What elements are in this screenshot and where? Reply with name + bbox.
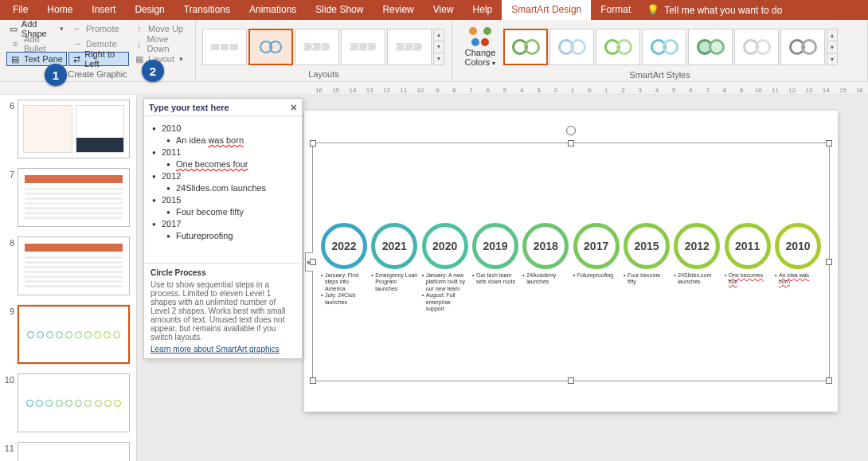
text-pane-bullet[interactable]: 2012 xyxy=(147,171,299,181)
tab-view[interactable]: View xyxy=(424,0,463,20)
timeline-circle-2015[interactable]: 2015Four become fifty xyxy=(624,223,670,312)
text-pane-bullet[interactable]: 24Slides.com launches xyxy=(147,183,299,193)
close-icon[interactable]: × xyxy=(291,101,297,114)
layout-icon: ▦ xyxy=(134,54,145,64)
text-pane-body[interactable]: 2010An idea was born2011One becomes four… xyxy=(144,116,302,264)
group-layouts: ▴▾▾ Layouts xyxy=(196,20,452,81)
promote-icon: ← xyxy=(72,24,83,33)
style-option-7[interactable] xyxy=(780,29,825,65)
text-pane-bullet[interactable]: 2011 xyxy=(147,147,299,157)
text-pane-bullet[interactable]: 2010 xyxy=(147,123,299,133)
tab-transitions[interactable]: Transitions xyxy=(174,0,240,20)
text-pane-bullet[interactable]: One becomes four xyxy=(147,159,299,169)
timeline-circle-2019[interactable]: 2019Our tech team sets down roots xyxy=(472,223,518,312)
resize-handle-bl[interactable] xyxy=(310,377,316,384)
style-option-2[interactable] xyxy=(549,29,594,65)
text-pane-bullet[interactable]: Futureproofing xyxy=(147,231,299,240)
callout-badge-1: 1 xyxy=(45,64,67,86)
styles-gallery-scroll[interactable]: ▴▾▾ xyxy=(827,29,838,65)
timeline-circle-2021[interactable]: 2021Emergency Loan Program launches xyxy=(371,223,417,312)
move-up-icon: ↑ xyxy=(134,24,145,33)
learn-more-link[interactable]: Learn more about SmartArt graphics xyxy=(151,345,280,354)
text-pane-title: Type your text here xyxy=(149,103,229,112)
move-down-button[interactable]: ↓Move Down xyxy=(131,37,191,51)
slide-thumb-6[interactable]: 6 xyxy=(0,95,136,163)
horizontal-ruler: 1615141312111098765432101234567891011121… xyxy=(0,82,868,95)
timeline-circle-2022[interactable]: 2022January: First steps into AmericaJul… xyxy=(321,223,367,312)
demote-icon: → xyxy=(72,39,83,49)
layout-option-4[interactable] xyxy=(341,29,385,65)
rtl-icon: ⇄ xyxy=(72,54,81,64)
change-colors-button[interactable]: Change Colors ▾ xyxy=(459,25,502,69)
smartart-circles: 2022January: First steps into AmericaJul… xyxy=(321,223,821,312)
smartart-text-pane: Type your text here × 2010An idea was bo… xyxy=(143,98,303,359)
tab-help[interactable]: Help xyxy=(463,0,502,20)
text-pane-icon: ▤ xyxy=(10,54,21,64)
tab-slideshow[interactable]: Slide Show xyxy=(306,0,373,20)
smartart-selection[interactable]: ▸ 2022January: First steps into AmericaJ… xyxy=(312,143,830,381)
timeline-circle-2012[interactable]: 201224Slides.com launches xyxy=(674,223,720,312)
text-pane-bullet[interactable]: Four become fifty xyxy=(147,207,299,217)
text-pane-bullet[interactable]: 2015 xyxy=(147,195,299,205)
menu-bar: File Home Insert Design Transitions Anim… xyxy=(0,0,868,20)
add-bullet-button[interactable]: ≡Add Bullet xyxy=(6,37,67,51)
tab-smartart-design[interactable]: SmartArt Design xyxy=(502,0,591,20)
callout-badge-2: 2 xyxy=(142,60,164,82)
resize-handle-tm[interactable] xyxy=(568,140,574,147)
resize-handle-tr[interactable] xyxy=(826,140,832,147)
timeline-circle-2011[interactable]: 2011One becomes four xyxy=(725,223,771,312)
style-option-6[interactable] xyxy=(734,29,779,65)
style-option-4[interactable] xyxy=(642,29,686,65)
layouts-gallery-scroll[interactable]: ▴▾▾ xyxy=(433,29,444,65)
tell-me-search[interactable]: 💡 Tell me what you want to do xyxy=(647,4,782,16)
main-area: 6 7 8 9 10 11 99 Type your text here × 2… xyxy=(0,95,868,461)
chevron-down-icon: ▾ xyxy=(492,60,495,67)
resize-handle-rm[interactable] xyxy=(826,259,832,265)
timeline-circle-2020[interactable]: 2020January: A new platform built by our… xyxy=(422,223,468,312)
move-down-icon: ↓ xyxy=(134,39,143,49)
slide-thumb-9[interactable]: 9 xyxy=(0,300,136,369)
style-option-1[interactable] xyxy=(503,29,548,65)
resize-handle-tl[interactable] xyxy=(310,140,316,147)
add-shape-icon: ▭ xyxy=(10,24,18,34)
slide-thumb-10[interactable]: 10 xyxy=(0,369,136,437)
slide-thumbnails-panel[interactable]: 6 7 8 9 10 11 xyxy=(0,95,137,461)
slide[interactable]: ▸ 2022January: First steps into AmericaJ… xyxy=(304,111,838,412)
timeline-circle-2010[interactable]: 2010An idea was born xyxy=(775,223,821,312)
slide-thumb-7[interactable]: 7 xyxy=(0,163,136,232)
group-label-layouts: Layouts xyxy=(202,68,445,81)
chevron-down-icon: ▾ xyxy=(60,25,64,33)
tell-me-label: Tell me what you want to do xyxy=(664,5,782,16)
promote-button[interactable]: ←Promote xyxy=(68,21,129,36)
timeline-circle-2018[interactable]: 201824Academy launches xyxy=(522,223,569,312)
tab-insert[interactable]: Insert xyxy=(82,0,125,20)
layout-option-5[interactable] xyxy=(387,29,432,65)
slide-thumb-8[interactable]: 8 xyxy=(0,232,136,300)
group-label-styles: SmartArt Styles xyxy=(459,69,861,81)
tab-file[interactable]: File xyxy=(3,0,37,20)
slide-thumb-11[interactable]: 11 xyxy=(0,437,136,461)
text-pane-bullet[interactable]: 2017 xyxy=(147,219,299,229)
right-to-left-button[interactable]: ⇄Right to Left xyxy=(68,52,129,66)
text-pane-bullet[interactable]: An idea was born xyxy=(147,135,299,145)
layout-option-2[interactable] xyxy=(248,29,293,65)
style-option-3[interactable] xyxy=(596,29,640,65)
resize-handle-lm[interactable] xyxy=(310,259,316,265)
tab-review[interactable]: Review xyxy=(373,0,423,20)
text-pane-footer: Circle Process Use to show sequential st… xyxy=(144,264,302,358)
group-smartart-styles: Change Colors ▾ ▴▾▾ SmartArt Styles xyxy=(452,20,868,81)
bullet-icon: ≡ xyxy=(10,39,21,49)
resize-handle-bm[interactable] xyxy=(568,377,574,384)
resize-handle-br[interactable] xyxy=(826,377,832,384)
tab-design[interactable]: Design xyxy=(125,0,174,20)
timeline-circle-2017[interactable]: 2017Futureproofing xyxy=(573,223,620,312)
rotate-handle[interactable] xyxy=(566,126,576,135)
tab-format[interactable]: Format xyxy=(591,0,640,20)
ribbon: ▭Add Shape▾ ≡Add Bullet ▤Text Pane ←Prom… xyxy=(0,20,868,82)
layout-option-1[interactable] xyxy=(202,29,247,65)
tab-home[interactable]: Home xyxy=(37,0,82,20)
colors-icon xyxy=(469,27,491,46)
layout-option-3[interactable] xyxy=(295,29,339,65)
style-option-5[interactable] xyxy=(688,29,733,65)
tab-animations[interactable]: Animations xyxy=(240,0,306,20)
